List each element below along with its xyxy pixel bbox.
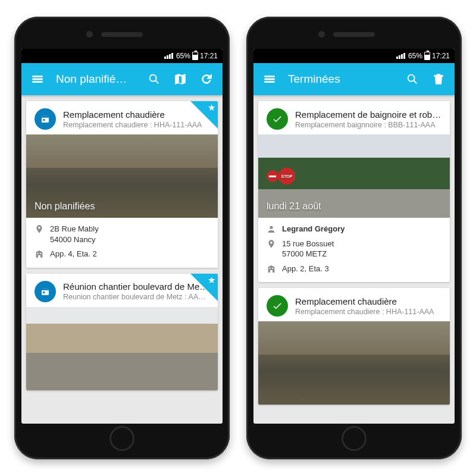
clock: 17:21 — [432, 52, 450, 60]
address-line2: 54000 Nancy — [50, 235, 96, 244]
search-icon[interactable] — [146, 71, 162, 87]
battery-icon — [192, 52, 198, 60]
signal-icon — [164, 53, 173, 59]
battery-percent: 65% — [176, 52, 190, 60]
check-icon — [267, 108, 288, 130]
task-title: Remplacement de baignoire et robin… — [295, 109, 441, 120]
task-photo — [26, 307, 218, 390]
contact-name: Legrand Grégory — [282, 224, 345, 234]
pin-icon — [35, 224, 44, 234]
star-icon — [190, 101, 218, 129]
pin-icon — [267, 239, 276, 249]
status-bar: 65% 17:21 — [21, 49, 223, 63]
refresh-icon[interactable] — [199, 71, 214, 87]
building-icon — [267, 264, 276, 274]
task-title: Remplacement chaudière — [63, 109, 209, 120]
svg-rect-9 — [42, 288, 49, 290]
task-photo: STOP lundi 21 août — [258, 134, 450, 218]
battery-percent: 65% — [408, 52, 422, 60]
no-entry-sign — [267, 170, 278, 182]
task-card[interactable]: Remplacement chaudière Remplacement chau… — [258, 288, 450, 405]
status-bar: 65% 17:21 — [253, 49, 455, 63]
list[interactable]: Remplacement de baignoire et robin… Remp… — [253, 95, 455, 424]
phone-right: 65% 17:21 Terminées Remplacement de baig… — [246, 17, 462, 459]
list[interactable]: Remplacement chaudière Remplacement chau… — [21, 95, 223, 424]
app-bar: Non planifié… — [21, 63, 223, 95]
task-card[interactable]: Remplacement chaudière Remplacement chau… — [26, 101, 218, 268]
check-icon — [267, 295, 288, 317]
calendar-icon — [35, 281, 56, 302]
address-line2: 57000 METZ — [282, 249, 327, 258]
address-line1: 2B Rue Mably — [50, 224, 99, 233]
calendar-icon — [35, 108, 56, 130]
map-icon[interactable] — [173, 71, 188, 87]
floor-info: App. 2, Eta. 3 — [282, 264, 329, 274]
star-icon — [190, 274, 218, 301]
address-line1: 15 rue Bossuet — [282, 239, 334, 248]
search-icon[interactable] — [405, 71, 420, 87]
photo-overlay-text: Non planifiées — [35, 201, 95, 212]
svg-rect-7 — [43, 119, 45, 121]
screen-title: Non planifié… — [56, 73, 136, 86]
svg-rect-10 — [43, 292, 45, 293]
floor-info: App. 4, Eta. 2 — [50, 249, 97, 259]
menu-icon[interactable] — [262, 71, 277, 87]
svg-rect-6 — [42, 116, 49, 118]
task-photo: Non planifiées — [26, 134, 218, 218]
photo-overlay-text: lundi 21 août — [267, 201, 321, 212]
task-title: Réunion chantier boulevard de Met… — [63, 281, 209, 292]
task-card[interactable]: Réunion chantier boulevard de Met… Reuni… — [26, 274, 218, 390]
task-subtitle: Remplacement chaudiere : HHA-111-AAA — [63, 121, 209, 129]
task-title: Remplacement chaudière — [295, 296, 441, 306]
battery-icon — [424, 52, 430, 60]
building-icon — [35, 249, 44, 259]
stop-sign: STOP — [278, 168, 295, 184]
task-card[interactable]: Remplacement de baignoire et robin… Remp… — [258, 101, 450, 282]
trash-icon[interactable] — [431, 71, 446, 87]
menu-icon[interactable] — [30, 71, 45, 87]
person-icon — [267, 224, 276, 234]
task-photo — [258, 321, 450, 405]
app-bar: Terminées — [253, 63, 455, 95]
signal-icon — [396, 53, 405, 59]
task-subtitle: Reunion chantier boulevard de Metz : AA… — [63, 293, 209, 301]
phone-left: 65% 17:21 Non planifié… Remplacement cha… — [14, 17, 230, 459]
clock: 17:21 — [200, 52, 218, 60]
screen-title: Terminées — [288, 73, 394, 86]
task-subtitle: Remplacement chaudiere : HHA-111-AAA — [295, 308, 441, 316]
task-subtitle: Remplacement baignnoire : BBB-111-AAA — [295, 121, 441, 129]
